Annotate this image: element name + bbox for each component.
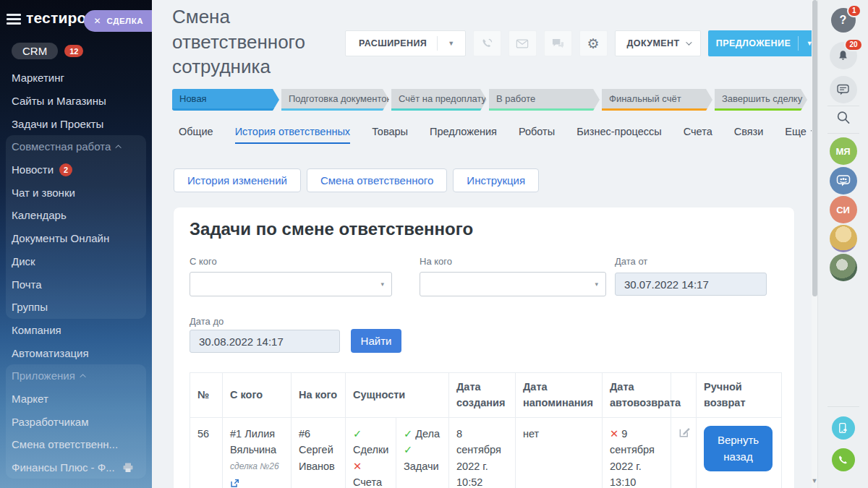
avatar-user-4[interactable] xyxy=(830,254,857,281)
table-header-row: № С кого На кого Сущности Дата создания … xyxy=(190,373,782,418)
sidebar-item-market[interactable]: Маркет xyxy=(6,388,146,411)
deal-reference: сделка №26 xyxy=(230,460,284,474)
from-label: С кого xyxy=(190,256,217,267)
cell-auto-return: ✕ 9 сентября 2022 г. 13:10 xyxy=(603,418,671,488)
change-responsible-button[interactable]: Смена ответственного xyxy=(307,168,447,192)
sidebar-item-disk[interactable]: Диск xyxy=(6,250,146,273)
chat-button[interactable] xyxy=(544,30,572,56)
from-person: #1 Лилия Вяльчина xyxy=(230,428,276,455)
close-icon[interactable]: ✕ xyxy=(94,17,101,25)
notifications-button[interactable]: 20 xyxy=(830,42,857,69)
check-icon: ✓ xyxy=(404,444,412,455)
stage-new[interactable]: Новая xyxy=(172,89,279,111)
sidebar-item-chat-calls[interactable]: Чат и звонки xyxy=(6,181,146,204)
offer-button[interactable]: ПРЕДЛОЖЕНИЕ ▼ xyxy=(708,30,820,56)
telephony-button[interactable] xyxy=(832,448,855,471)
from-select[interactable]: ▾ xyxy=(190,272,392,296)
sidebar-item-developers[interactable]: Разработчикам xyxy=(6,410,146,433)
messenger-button[interactable] xyxy=(830,76,857,103)
sidebar-menu: Маркетинг Сайты и Магазины Задачи и Прое… xyxy=(0,67,152,479)
col-from: С кого xyxy=(223,373,292,418)
sidebar-item-groups[interactable]: Группы xyxy=(6,296,146,319)
app-action-buttons: История изменений Смена ответственного И… xyxy=(174,168,539,192)
notifications-badge: 20 xyxy=(844,38,862,51)
settings-button[interactable]: ⚙ xyxy=(579,30,608,56)
crm-pill[interactable]: CRM xyxy=(12,43,58,59)
sidebar-group-header-collaboration[interactable]: Совместная работа xyxy=(6,135,146,158)
help-badge: 1 xyxy=(847,4,861,17)
avatar-my[interactable]: МЯ xyxy=(830,137,857,165)
dropdown-arrow-icon[interactable]: ▼ xyxy=(438,40,464,47)
extensions-button[interactable]: РАСШИРЕНИЯ ▼ xyxy=(345,30,466,56)
scrollbar-thumb[interactable] xyxy=(812,0,817,296)
help-button[interactable]: ? 1 xyxy=(831,8,856,33)
chevron-up-icon xyxy=(80,374,85,380)
avatar-user-3[interactable] xyxy=(830,225,857,252)
sidebar-item-mail[interactable]: Почта xyxy=(6,273,146,296)
tab-links[interactable]: Связи xyxy=(734,126,764,144)
sidebar-item-calendar[interactable]: Календарь xyxy=(6,204,146,227)
sidebar-group-header-applications[interactable]: Приложения xyxy=(6,364,146,388)
call-button[interactable] xyxy=(473,30,501,56)
cell-created: 8 сентября 2022 г. 10:52 xyxy=(449,418,516,488)
tab-business-processes[interactable]: Бизнес-процессы xyxy=(576,126,662,144)
sidebar-item-company[interactable]: Компания xyxy=(0,319,152,342)
sidebar-item-sites[interactable]: Сайты и Магазины xyxy=(0,90,152,113)
sidebar-item-finance-plus[interactable]: Финансы Плюс - Ф... xyxy=(6,456,146,479)
cell-entities-2: ✓ Дела ✓ Задачи xyxy=(396,418,449,488)
history-changes-button[interactable]: История изменений xyxy=(174,168,301,192)
to-label: На кого xyxy=(420,256,452,267)
find-button[interactable]: Найти xyxy=(351,329,401,353)
instruction-button[interactable]: Инструкция xyxy=(453,168,539,192)
return-back-button[interactable]: Вернуть назад xyxy=(704,426,773,471)
sidebar-item-crm[interactable]: CRM 12 xyxy=(12,43,83,59)
sidebar-item-responsible-change[interactable]: Смена ответственн... xyxy=(6,433,146,456)
email-button[interactable] xyxy=(509,30,537,56)
stage-prepayment-invoice[interactable]: Счёт на предоплату xyxy=(391,89,487,111)
tab-products[interactable]: Товары xyxy=(372,126,408,144)
gear-icon: ⚙ xyxy=(587,37,599,51)
news-badge: 2 xyxy=(59,163,72,176)
sidebar-item-docs-online[interactable]: Документы Онлайн xyxy=(6,227,146,250)
tab-general[interactable]: Общие xyxy=(179,126,213,144)
col-to: На кого xyxy=(292,373,346,418)
tab-responsible-history[interactable]: История ответственных xyxy=(235,126,350,144)
cell-entities-1: ✓ Сделки ✕ Счета xyxy=(346,418,396,488)
sidebar-item-marketing[interactable]: Маркетинг xyxy=(0,67,152,90)
date-from-input[interactable] xyxy=(615,273,767,296)
avatar-si[interactable]: СИ xyxy=(830,196,857,223)
phone-handset-icon xyxy=(837,454,849,466)
search-button[interactable] xyxy=(835,110,851,128)
to-select[interactable]: ▾ xyxy=(420,272,606,296)
external-link-icon[interactable] xyxy=(230,479,239,488)
group-chat-button[interactable] xyxy=(830,167,857,194)
col-num: № xyxy=(190,373,223,418)
date-to-input[interactable] xyxy=(190,330,340,353)
tab-more[interactable]: Еще xyxy=(785,126,814,144)
stage-final-invoice[interactable]: Финальный счёт xyxy=(602,89,712,111)
document-button[interactable]: ДОКУМЕНТ xyxy=(615,30,702,56)
hamburger-menu-icon[interactable] xyxy=(7,14,21,27)
sidebar-item-automation[interactable]: Автоматизация xyxy=(0,341,152,364)
deal-tag[interactable]: ✕ СДЕЛКА xyxy=(84,10,152,32)
stage-docs-prep[interactable]: Подготовка документов xyxy=(281,89,389,111)
tab-robots[interactable]: Роботы xyxy=(519,126,555,144)
main-area: Смена ответственного сотрудника ✎ Общее▾… xyxy=(152,0,812,488)
vertical-scrollbar[interactable] xyxy=(812,0,817,488)
sidebar-item-tasks[interactable]: Задачи и Проекты xyxy=(0,112,152,135)
sidebar-item-news[interactable]: Новости 2 xyxy=(6,158,146,181)
stage-in-progress[interactable]: В работе xyxy=(489,89,600,111)
question-mark-icon: ? xyxy=(840,14,847,27)
tab-quotes[interactable]: Предложения xyxy=(430,126,497,144)
cell-from: #1 Лилия Вяльчина сделка №26 xyxy=(223,418,292,488)
mobile-app-button[interactable] xyxy=(832,416,855,440)
group-chat-icon xyxy=(835,174,851,188)
stage-close-deal[interactable]: Завершить сделку xyxy=(715,89,807,111)
col-entities: Сущности xyxy=(346,373,449,418)
sidebar-header: тестиров ✕ СДЕЛКА xyxy=(0,0,152,40)
cross-icon: ✕ xyxy=(353,461,362,472)
tab-invoices[interactable]: Счета xyxy=(684,126,712,144)
edit-icon[interactable] xyxy=(678,429,691,440)
chevron-up-icon xyxy=(116,145,122,150)
envelope-icon xyxy=(516,38,529,49)
